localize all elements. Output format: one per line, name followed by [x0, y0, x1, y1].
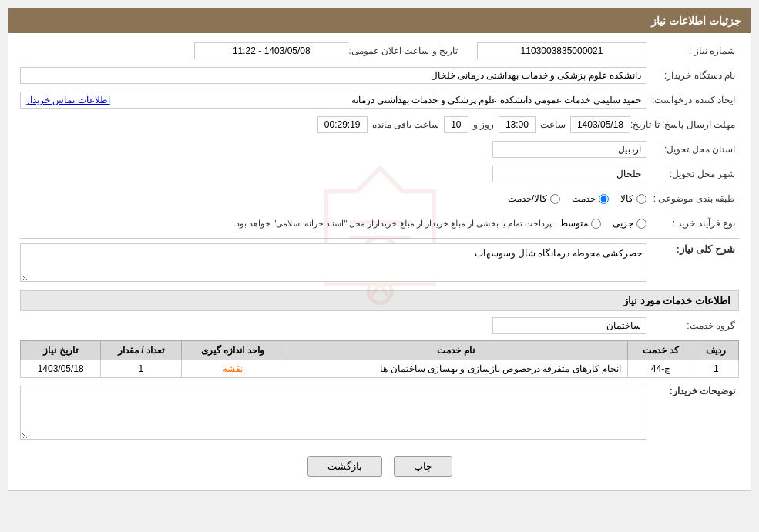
print-button[interactable]: چاپ [394, 456, 452, 477]
city-row: شهر محل تحویل: خلخال [20, 164, 739, 184]
province-value: اردبیل [492, 141, 646, 158]
deadline-days: 10 [444, 116, 468, 133]
purchase-radio-group: متوسط جزیی [559, 218, 646, 229]
service-group-row: گروه خدمت: ساختمان [20, 316, 739, 336]
category-label: طبقه بندی موضوعی : [646, 193, 739, 204]
purchase-type-label: نوع فرآیند خرید : [646, 218, 739, 229]
purchase-jozvi[interactable]: جزیی [613, 218, 646, 229]
category-radio-group: کالا/خدمت خدمت کالا [508, 193, 646, 204]
purchase-type-row: نوع فرآیند خرید : متوسط جزیی پرداخت تمام… [20, 213, 739, 233]
category-khadamat[interactable]: خدمت [572, 193, 609, 204]
creator-value-box: حمید سلیمی خدمات عمومی دانشکده علوم پزشک… [20, 92, 646, 109]
announce-date-label: تاریخ و ساعت اعلان عمومی: [348, 45, 462, 56]
cell-row-num: 1 [694, 360, 738, 378]
need-number-value: 1103003835000021 [477, 42, 646, 59]
buyer-notes-label: توضیحات خریدار: [646, 386, 739, 396]
buyer-org-value: دانشکده علوم پزشکی و خدمات بهداشتی درمان… [20, 67, 646, 84]
col-unit: واحد اندازه گیری [181, 341, 284, 360]
province-label: استان محل تحویل: [646, 144, 739, 155]
deadline-remaining: 00:29:19 [317, 116, 368, 133]
purchase-motavasset[interactable]: متوسط [559, 218, 601, 229]
col-service-code: کد خدمت [628, 341, 694, 360]
buyer-notes-row: توضیحات خریدار: [20, 386, 739, 442]
services-table: ردیف کد خدمت نام خدمت واحد اندازه گیری ت… [20, 340, 739, 378]
deadline-time: 13:00 [499, 116, 536, 133]
deadline-time-label: ساعت [540, 119, 566, 130]
cell-quantity: 1 [101, 360, 181, 378]
service-group-value: ساختمان [492, 317, 646, 334]
need-number-label: شماره نیاز : [646, 45, 739, 56]
deadline-row: مهلت ارسال پاسخ: تا تاریخ: 1403/05/18 سا… [20, 115, 739, 135]
description-row: شرح کلی نیاز: حصرکشی محوطه درمانگاه شال … [20, 243, 739, 284]
deadline-day-label: روز و [473, 119, 494, 130]
back-button[interactable]: بازگشت [307, 456, 382, 477]
page-title: جزئیات اطلاعات نیاز [8, 8, 751, 33]
buyer-org-row: نام دستگاه خریدار: دانشکده علوم پزشکی و … [20, 65, 739, 85]
services-section-title: اطلاعات خدمات مورد نیاز [20, 290, 739, 311]
creator-value: حمید سلیمی خدمات عمومی دانشکده علوم پزشک… [351, 95, 641, 105]
purchase-note: پرداخت تمام یا بخشی از مبلغ خریدار از مب… [233, 219, 552, 229]
buyer-notes-textarea[interactable] [20, 386, 646, 440]
category-kala-khadamat[interactable]: کالا/خدمت [508, 193, 560, 204]
city-value: خلخال [492, 166, 646, 182]
deadline-remaining-label: ساعت باقی مانده [372, 119, 440, 130]
creator-row: ایجاد کننده درخواست: حمید سلیمی خدمات عم… [20, 90, 739, 110]
col-service-name: نام خدمت [284, 341, 628, 360]
cell-date: 1403/05/18 [21, 360, 101, 378]
footer-buttons: چاپ بازگشت [20, 447, 739, 483]
category-row: طبقه بندی موضوعی : کالا/خدمت خدمت کالا [20, 189, 739, 209]
announce-date-value: 1403/05/08 - 11:22 [194, 42, 348, 59]
creator-label: ایجاد کننده درخواست: [646, 95, 739, 105]
deadline-date: 1403/05/18 [570, 116, 630, 133]
divider-1 [20, 238, 739, 239]
creator-link[interactable]: اطلاعات تماس خریدار [25, 95, 110, 105]
cell-name: انجام کارهای متفرقه درخصوص بازسازی و بهس… [284, 360, 628, 378]
description-label: شرح کلی نیاز: [646, 243, 739, 255]
table-row: 1 ج-44 انجام کارهای متفرقه درخصوص بازساز… [21, 360, 739, 378]
buyer-org-label: نام دستگاه خریدار: [646, 70, 739, 81]
col-quantity: تعداد / مقدار [101, 341, 181, 360]
col-date: تاریخ نیاز [21, 341, 101, 360]
cell-code: ج-44 [628, 360, 694, 378]
description-textarea[interactable]: حصرکشی محوطه درمانگاه شال وسوسهاب [20, 243, 646, 282]
need-number-row: شماره نیاز : 1103003835000021 تاریخ و سا… [20, 41, 739, 61]
province-row: استان محل تحویل: اردبیل [20, 139, 739, 159]
deadline-label: مهلت ارسال پاسخ: تا تاریخ: [630, 119, 739, 130]
col-row-num: ردیف [694, 341, 738, 360]
cell-unit: نقشه [181, 360, 284, 378]
city-label: شهر محل تحویل: [646, 169, 739, 179]
service-group-label: گروه خدمت: [646, 320, 739, 331]
category-kala[interactable]: کالا [620, 193, 646, 204]
